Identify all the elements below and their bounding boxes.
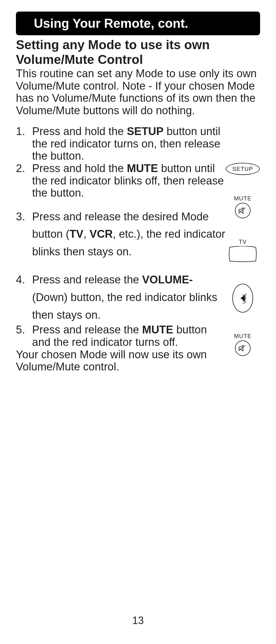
step-text: Press and hold the SETUP button until th… <box>32 125 220 162</box>
icon-column: SETUP MUTE TV <box>225 125 260 356</box>
page-number: 13 <box>0 615 276 627</box>
step-text: Press and release the desired Mode butto… <box>32 211 225 258</box>
step-2: Press and hold the MUTE button until the… <box>16 162 225 199</box>
tv-label: TV <box>229 239 257 245</box>
page-container: Using Your Remote, cont. Setting any Mod… <box>0 0 276 644</box>
speaker-mute-icon <box>238 207 247 214</box>
step-5: Press and release the MUTE button and th… <box>16 324 225 348</box>
tv-button-icon: TV <box>229 239 257 263</box>
step-3: Press and release the desired Mode butto… <box>16 208 225 261</box>
content-row: Press and hold the SETUP button until th… <box>16 125 260 373</box>
vol-label: VOL <box>242 293 248 304</box>
speaker-mute-icon <box>238 345 247 352</box>
mute-button-icon-2: MUTE <box>234 333 252 356</box>
volume-down-button-icon: VOL <box>232 284 253 313</box>
mute-label-2: MUTE <box>234 333 252 339</box>
section-banner: Using Your Remote, cont. <box>16 12 260 35</box>
step-4: Press and release the VOLUME- (Down) but… <box>16 271 225 324</box>
setup-button-icon: SETUP <box>226 163 260 175</box>
mute-button-icon: MUTE <box>234 195 252 218</box>
outro-paragraph: Your chosen Mode will now use its own Vo… <box>16 348 225 373</box>
section-subtitle: Setting any Mode to use its own Volume/M… <box>16 38 260 67</box>
steps-list: Press and hold the SETUP button until th… <box>16 125 225 348</box>
step-text: Press and release the VOLUME- (Down) but… <box>32 274 217 321</box>
step-text: Press and hold the MUTE button until the… <box>32 162 224 199</box>
step-1: Press and hold the SETUP button until th… <box>16 125 225 162</box>
step-text: Press and release the MUTE button and th… <box>32 324 207 348</box>
banner-title: Using Your Remote, cont. <box>34 16 188 30</box>
setup-button-label: SETUP <box>232 166 253 172</box>
text-column: Press and hold the SETUP button until th… <box>16 125 225 373</box>
intro-paragraph: This routine can set any Mode to use onl… <box>16 67 260 117</box>
mute-label: MUTE <box>234 195 252 202</box>
